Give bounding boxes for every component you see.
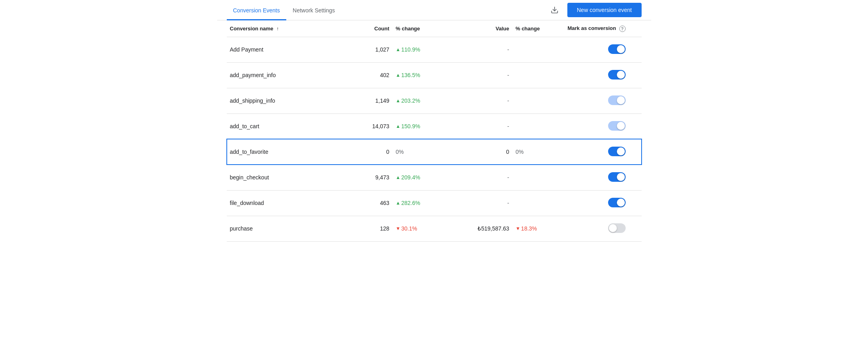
help-icon[interactable]: ? (619, 26, 626, 32)
sort-up-icon: ↑ (276, 26, 279, 32)
cell-value-change: ▼18.3% (512, 216, 558, 241)
cell-toggle (559, 165, 642, 190)
count-change-green: ▲203.2% (396, 97, 445, 104)
count-change-green: ▲150.9% (396, 123, 445, 129)
cell-count: 0 (356, 139, 392, 165)
col-header-value: Value (448, 20, 513, 37)
table-row: add_payment_info402▲136.5%- (227, 62, 642, 88)
table-row: add_to_favorite00%00% (227, 139, 642, 165)
table-header-row: Conversion name ↑ Count % change Value %… (227, 20, 642, 37)
tabs-container: Conversion Events Network Settings (227, 0, 341, 20)
cell-count-change: ▲209.4% (392, 165, 448, 190)
cell-value: - (448, 88, 513, 113)
cell-value: - (448, 165, 513, 190)
cell-toggle (559, 62, 642, 88)
cell-count-change: ▲150.9% (392, 113, 448, 139)
table-row: begin_checkout9,473▲209.4%- (227, 165, 642, 190)
value-change-red: ▼18.3% (515, 225, 555, 232)
cell-value-change (512, 190, 558, 216)
col-header-count: Count (356, 20, 392, 37)
cell-name: add_to_favorite (227, 139, 356, 165)
cell-value-change (512, 37, 558, 62)
cell-toggle (559, 139, 642, 165)
count-change-green: ▲110.9% (396, 46, 445, 53)
toggle-switch[interactable] (608, 44, 626, 54)
count-change-green: ▲209.4% (396, 174, 445, 181)
table-row: file_download463▲282.6%- (227, 190, 642, 216)
cell-count-change: ▲203.2% (392, 88, 448, 113)
page-header: Conversion Events Network Settings New c… (217, 0, 651, 20)
cell-toggle (559, 113, 642, 139)
cell-value: - (448, 62, 513, 88)
cell-name: Add Payment (227, 37, 356, 62)
count-change-green: ▲282.6% (396, 200, 445, 206)
toggle-switch[interactable] (608, 70, 626, 80)
main-container: Conversion Events Network Settings New c… (217, 0, 651, 242)
count-change-neutral: 0% (396, 149, 404, 155)
table-wrap: Conversion name ↑ Count % change Value %… (217, 20, 651, 242)
cell-value-change (512, 62, 558, 88)
table-row: purchase128▼30.1%₺519,587.63▼18.3% (227, 216, 642, 241)
cell-count-change: ▼30.1% (392, 216, 448, 241)
cell-value: - (448, 37, 513, 62)
toggle-switch[interactable] (608, 95, 626, 105)
tab-conversion-events[interactable]: Conversion Events (227, 0, 287, 20)
cell-toggle (559, 216, 642, 241)
cell-count: 402 (356, 62, 392, 88)
down-arrow-icon: ▼ (396, 226, 400, 231)
table-row: Add Payment1,027▲110.9%- (227, 37, 642, 62)
cell-count: 1,027 (356, 37, 392, 62)
tab-network-settings[interactable]: Network Settings (286, 0, 341, 20)
col-header-value-change: % change (512, 20, 558, 37)
value-change-neutral: 0% (515, 149, 523, 155)
new-conversion-event-button[interactable]: New conversion event (567, 3, 642, 17)
cell-value-change (512, 165, 558, 190)
cell-name: add_shipping_info (227, 88, 356, 113)
download-button[interactable] (547, 2, 563, 18)
cell-value: - (448, 113, 513, 139)
cell-toggle (559, 190, 642, 216)
cell-count: 1,149 (356, 88, 392, 113)
cell-name: purchase (227, 216, 356, 241)
toggle-switch[interactable] (608, 147, 626, 156)
table-row: add_shipping_info1,149▲203.2%- (227, 88, 642, 113)
up-arrow-icon: ▲ (396, 72, 400, 78)
up-arrow-icon: ▲ (396, 98, 400, 103)
cell-value: 0 (448, 139, 513, 165)
count-change-green: ▲136.5% (396, 72, 445, 78)
cell-value-change: 0% (512, 139, 558, 165)
up-arrow-icon: ▲ (396, 123, 400, 129)
cell-count-change: ▲136.5% (392, 62, 448, 88)
count-change-red: ▼30.1% (396, 225, 445, 232)
col-header-mark: Mark as conversion ? (559, 20, 642, 37)
cell-name: begin_checkout (227, 165, 356, 190)
cell-count-change: ▲110.9% (392, 37, 448, 62)
cell-count: 14,073 (356, 113, 392, 139)
toggle-switch[interactable] (608, 198, 626, 207)
cell-count: 9,473 (356, 165, 392, 190)
conversion-events-table: Conversion name ↑ Count % change Value %… (227, 20, 642, 242)
cell-value-change (512, 113, 558, 139)
cell-toggle (559, 37, 642, 62)
up-arrow-icon: ▲ (396, 47, 400, 52)
cell-value: - (448, 190, 513, 216)
toggle-switch[interactable] (608, 172, 626, 182)
cell-name: add_to_cart (227, 113, 356, 139)
cell-count: 128 (356, 216, 392, 241)
down-arrow-icon: ▼ (515, 226, 520, 231)
cell-name: add_payment_info (227, 62, 356, 88)
up-arrow-icon: ▲ (396, 200, 400, 206)
cell-count-change: 0% (392, 139, 448, 165)
download-icon (551, 6, 559, 14)
cell-toggle (559, 88, 642, 113)
cell-value-change (512, 88, 558, 113)
cell-value: ₺519,587.63 (448, 216, 513, 241)
toggle-switch[interactable] (608, 121, 626, 131)
cell-name: file_download (227, 190, 356, 216)
up-arrow-icon: ▲ (396, 175, 400, 180)
toggle-switch[interactable] (608, 223, 626, 233)
col-header-name[interactable]: Conversion name ↑ (227, 20, 356, 37)
table-row: add_to_cart14,073▲150.9%- (227, 113, 642, 139)
header-actions: New conversion event (547, 2, 642, 18)
cell-count-change: ▲282.6% (392, 190, 448, 216)
